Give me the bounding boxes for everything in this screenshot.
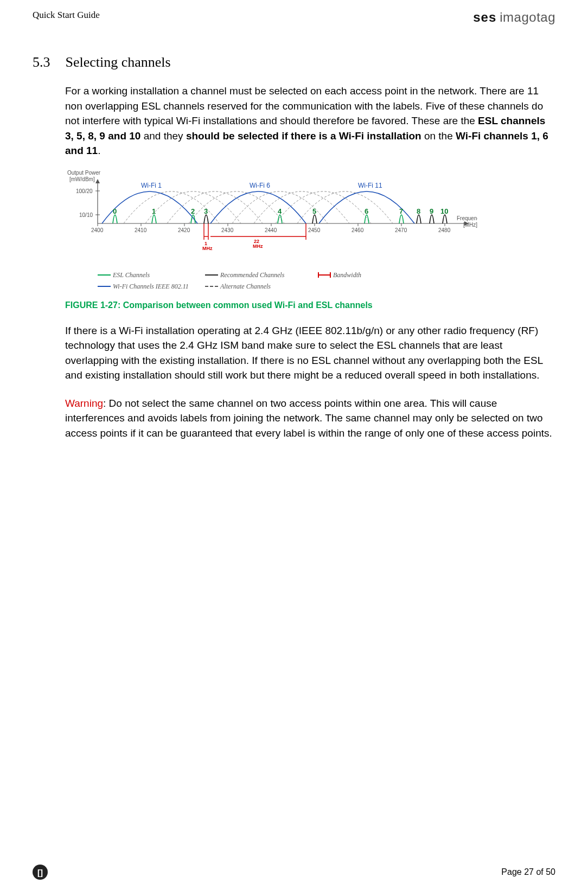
svg-text:2440: 2440	[265, 227, 277, 233]
legend-alt-label: Alternate Channels	[220, 283, 318, 291]
channel-chart-svg: Output Power [mW/dBm] 100/20 10/10 2400 …	[65, 165, 477, 268]
wifi-1-label: Wi-Fi 1	[141, 182, 162, 189]
legend-esl-label: ESL Channels	[113, 271, 205, 279]
svg-text:0: 0	[113, 207, 117, 215]
svg-text:9: 9	[430, 207, 433, 215]
doc-title: Quick Start Guide	[33, 10, 100, 21]
svg-text:MHz: MHz	[253, 244, 263, 249]
footer-badge-icon: []	[33, 865, 48, 880]
section-heading: 5.3 Selecting channels	[33, 54, 555, 71]
legend-rec-label: Recommended Channels	[220, 271, 318, 279]
legend-wifi-label: Wi-Fi Channels IEEE 802.11	[113, 283, 205, 291]
wifi-11-label: Wi-Fi 11	[358, 182, 382, 189]
svg-text:8: 8	[417, 207, 420, 215]
svg-text:1: 1	[152, 207, 156, 215]
p3-rest: : Do not select the same channel on two …	[65, 398, 552, 439]
legend-esl-swatch-icon	[98, 274, 111, 276]
svg-text:2410: 2410	[135, 227, 147, 233]
legend-rec-swatch-icon	[205, 274, 218, 276]
svg-text:2: 2	[191, 207, 195, 215]
esl-channels: 0 1 2 3 4 5 6 7 8 9 10	[113, 207, 448, 223]
section-title: Selecting channels	[66, 54, 171, 71]
svg-text:4: 4	[278, 207, 282, 215]
figure-1-27-chart: Output Power [mW/dBm] 100/20 10/10 2400 …	[65, 165, 477, 291]
svg-text:2430: 2430	[221, 227, 234, 233]
y-tick-100-20: 100/20	[76, 188, 93, 194]
svg-text:5: 5	[312, 207, 316, 215]
x-axis-title-1: Frequency	[457, 215, 477, 221]
x-ticks: 2400 2410 2420 2430 2440 2450 2460 2470 …	[91, 223, 451, 233]
figure-caption: FIGURE 1-27: Comparison between common u…	[65, 300, 555, 310]
svg-text:7: 7	[399, 207, 403, 215]
svg-text:2450: 2450	[308, 227, 321, 233]
svg-text:MHz: MHz	[202, 246, 213, 251]
x-axis-title-2: [MHz]	[463, 222, 477, 228]
svg-text:2400: 2400	[91, 227, 104, 233]
bandwidth-annotations: 1 MHz 22 MHz	[202, 223, 306, 251]
legend-alt-swatch-icon	[205, 286, 218, 287]
svg-text:2470: 2470	[395, 227, 407, 233]
chart-legend: ESL Channels Recommended Channels Bandwi…	[98, 271, 477, 291]
svg-text:3: 3	[204, 207, 208, 215]
paragraph-1: For a working installation a channel mus…	[65, 84, 555, 158]
svg-text:2480: 2480	[438, 227, 451, 233]
p1-b2: should be selected if there is a Wi-Fi i…	[186, 130, 421, 142]
legend-bw-label: Bandwidth	[333, 271, 393, 279]
y-tick-10-10: 10/10	[79, 212, 93, 218]
legend-wifi-swatch-icon	[98, 286, 111, 287]
page-footer: [] Page 27 of 50	[33, 865, 555, 880]
y-axis-title: Output Power	[67, 170, 101, 176]
svg-text:6: 6	[365, 207, 368, 215]
p1-t1: For a working installation a channel mus…	[65, 85, 543, 126]
svg-text:10: 10	[440, 207, 448, 215]
wifi-alternate-channels	[124, 191, 393, 223]
brand-logo: ses imagotag	[473, 10, 555, 25]
warning-label: Warning	[65, 398, 103, 409]
paragraph-3: Warning: Do not select the same channel …	[65, 396, 555, 441]
wifi-6-label: Wi-Fi 6	[250, 182, 270, 189]
svg-text:2420: 2420	[178, 227, 190, 233]
y-axis-unit: [mW/dBm]	[69, 176, 95, 182]
p1-t2: and they	[140, 130, 186, 142]
page-number: Page 27 of 50	[501, 867, 555, 877]
brand-bold: ses	[473, 10, 496, 25]
section-number: 5.3	[33, 54, 50, 71]
p1-t4: .	[98, 145, 100, 156]
legend-bw-swatch-icon	[318, 272, 331, 278]
page-header: Quick Start Guide ses imagotag	[33, 0, 555, 33]
y-axis-arrow-icon	[95, 179, 100, 183]
svg-text:2460: 2460	[351, 227, 364, 233]
paragraph-2: If there is a Wi-Fi installation operati…	[65, 323, 555, 383]
brand-light: imagotag	[500, 10, 555, 25]
p1-t3: on the	[421, 130, 456, 142]
